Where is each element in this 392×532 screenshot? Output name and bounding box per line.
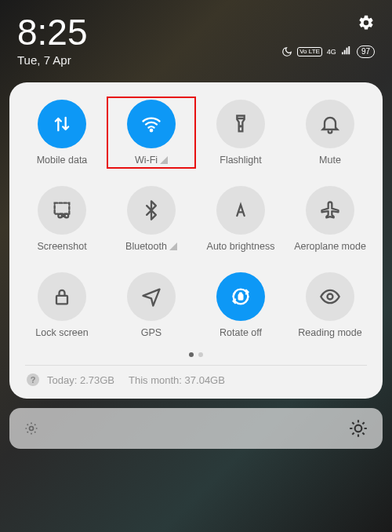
bluetooth-icon xyxy=(127,186,176,235)
tiles-grid: Mobile data Wi-Fi Flashlight Mute Screen xyxy=(17,97,375,341)
settings-button[interactable] xyxy=(358,14,375,35)
moon-icon xyxy=(281,46,292,57)
brightness-low-icon xyxy=(24,421,39,436)
tile-gps[interactable]: GPS xyxy=(107,269,196,341)
location-arrow-icon xyxy=(127,272,176,321)
info-icon: ? xyxy=(27,373,39,386)
tile-auto-brightness[interactable]: Auto brightness xyxy=(196,183,285,255)
bell-icon xyxy=(306,100,354,148)
page-dot-2 xyxy=(198,352,203,357)
tile-bluetooth[interactable]: Bluetooth xyxy=(107,183,196,255)
svg-point-8 xyxy=(30,427,34,431)
tile-reading-mode[interactable]: Reading mode xyxy=(285,269,375,341)
tile-label: Bluetooth xyxy=(125,241,177,252)
tile-label: Screenshot xyxy=(37,241,86,252)
flashlight-icon xyxy=(216,100,265,148)
tile-mute[interactable]: Mute xyxy=(285,97,375,169)
usage-month: This month: 37.04GB xyxy=(129,374,225,386)
tile-label: Auto brightness xyxy=(207,241,275,252)
svg-point-9 xyxy=(355,425,362,432)
clock-time: 8:25 xyxy=(17,14,88,50)
tile-label: Aeroplane mode xyxy=(294,241,366,252)
volte-badge: Vo LTE xyxy=(297,47,322,56)
tile-label: Reading mode xyxy=(298,327,361,338)
data-usage-row[interactable]: ? Today: 2.73GB This month: 37.04GB xyxy=(17,366,375,391)
signal-icon xyxy=(341,46,352,57)
tile-aeroplane-mode[interactable]: Aeroplane mode xyxy=(285,183,375,255)
time-block: 8:25 Tue, 7 Apr xyxy=(17,14,88,67)
mobile-data-icon xyxy=(38,100,86,148)
svg-point-0 xyxy=(151,129,152,131)
quick-settings-panel: Mobile data Wi-Fi Flashlight Mute Screen xyxy=(9,82,383,399)
svg-point-7 xyxy=(328,294,333,300)
battery-indicator: 97 xyxy=(357,46,375,58)
scissors-icon xyxy=(38,186,86,235)
svg-rect-1 xyxy=(55,203,70,214)
auto-brightness-icon xyxy=(216,186,265,235)
wifi-icon xyxy=(127,100,176,148)
status-icons: Vo LTE 4G 97 xyxy=(281,46,375,58)
usage-today: Today: 2.73GB xyxy=(47,374,114,386)
tile-rotate-off[interactable]: Rotate off xyxy=(196,269,285,341)
tile-lock-screen[interactable]: Lock screen xyxy=(17,269,107,341)
tile-screenshot[interactable]: Screenshot xyxy=(17,183,107,255)
tile-label: Lock screen xyxy=(35,327,88,338)
clock-date: Tue, 7 Apr xyxy=(17,53,88,67)
status-header: 8:25 Tue, 7 Apr Vo LTE 4G 97 xyxy=(0,0,392,73)
brightness-high-icon xyxy=(348,418,368,439)
page-indicator xyxy=(17,352,375,357)
tile-wifi[interactable]: Wi-Fi xyxy=(107,97,196,169)
header-right: Vo LTE 4G 97 xyxy=(281,14,375,58)
network-badge: 4G xyxy=(327,48,336,56)
tile-label: Mute xyxy=(319,155,341,166)
tile-flashlight[interactable]: Flashlight xyxy=(196,97,285,169)
airplane-icon xyxy=(306,186,354,235)
tile-mobile-data[interactable]: Mobile data xyxy=(17,97,107,169)
tile-label: Wi-Fi xyxy=(135,155,168,166)
svg-rect-4 xyxy=(56,296,67,304)
tile-label: Flashlight xyxy=(220,155,262,166)
page-dot-1 xyxy=(189,352,194,357)
tile-label: GPS xyxy=(141,327,162,338)
eye-icon xyxy=(306,272,354,321)
rotate-lock-icon xyxy=(216,272,265,321)
lock-icon xyxy=(38,272,86,321)
tile-label: Mobile data xyxy=(37,155,88,166)
gear-icon xyxy=(358,14,375,31)
brightness-slider[interactable] xyxy=(9,408,383,449)
tile-label: Rotate off xyxy=(220,327,262,338)
